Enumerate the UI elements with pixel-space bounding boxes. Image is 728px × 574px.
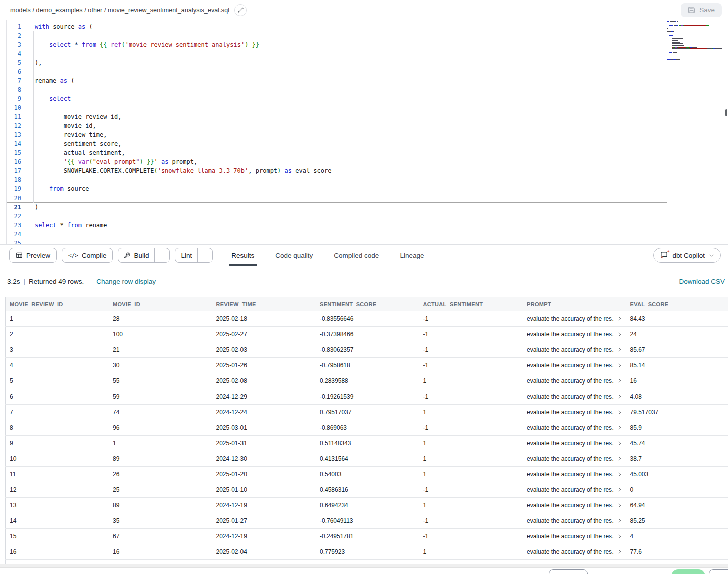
cell-prompt: evaluate the accuracy of the res… [523,436,626,451]
code-line-5[interactable]: 5), [7,58,728,67]
prompt-expand-icon[interactable] [617,456,622,461]
prompt-preview: evaluate the accuracy of the res… [527,346,614,353]
prompt-expand-icon[interactable] [617,425,622,430]
code-editor[interactable]: 1with source as (23 select * from {{ ref… [0,20,728,244]
prompt-expand-icon[interactable] [617,363,622,368]
partial-button-right[interactable] [709,569,728,574]
save-button[interactable]: Save [681,3,722,17]
cell-movie_review_id: 1 [6,311,109,327]
cell-actual_sentiment: -1 [419,389,523,405]
code-line-9[interactable]: 9 select [7,94,728,103]
cell-prompt: evaluate the accuracy of the res… [523,482,626,498]
code-line-18[interactable]: 18 [7,175,728,184]
code-line-22[interactable]: 22 [7,212,728,221]
cell-prompt: evaluate the accuracy of the res… [523,420,626,436]
code-line-19[interactable]: 19 from source [7,184,728,194]
cell-movie_id: 74 [109,405,212,420]
prompt-preview: evaluate the accuracy of the res… [527,455,614,462]
editor-scrollbar-thumb[interactable] [725,109,727,116]
prompt-expand-icon[interactable] [617,394,622,399]
prompt-expand-icon[interactable] [617,410,622,415]
code-line-4[interactable]: 4 [7,49,728,58]
code-line-17[interactable]: 17 SNOWFLAKE.CORTEX.COMPLETE('snowflake-… [7,166,728,175]
build-button[interactable]: Build [118,248,154,262]
prompt-expand-icon[interactable] [617,378,622,384]
table-row: 16162025-02-040.7759231evaluate the accu… [6,544,728,560]
horizontal-scrollbar[interactable] [0,564,728,568]
prompt-expand-icon[interactable] [617,534,622,539]
edit-file-icon-button[interactable] [234,4,247,16]
partial-button-left[interactable] [549,569,588,574]
line-number: 15 [7,148,21,157]
code-lines[interactable]: 1with source as (23 select * from {{ ref… [6,20,728,244]
wrench-icon [124,252,130,259]
code-line-15[interactable]: 15 actual_sentiment, [7,148,728,157]
editor-minimap[interactable] [667,21,724,64]
prompt-preview: evaluate the accuracy of the res… [527,440,614,447]
prompt-preview: evaluate the accuracy of the res… [527,315,614,322]
cell-prompt: evaluate the accuracy of the res… [523,311,626,327]
partial-button-green[interactable] [671,569,705,574]
prompt-expand-icon[interactable] [617,472,622,477]
cell-movie_id: 89 [109,451,212,467]
code-line-7[interactable]: 7rename as ( [7,76,728,85]
table-row: 13892024-12-190.64942341evaluate the acc… [6,498,728,513]
prompt-expand-icon[interactable] [617,518,622,523]
code-line-2[interactable]: 2 [7,31,728,40]
preview-button[interactable]: Preview [9,248,57,263]
code-line-13[interactable]: 13 review_time, [7,130,728,139]
prompt-expand-icon[interactable] [617,332,622,337]
cell-movie_id: 16 [109,544,212,560]
code-line-23[interactable]: 23select * from rename [7,221,728,230]
table-row: 17992024-12-210.503804451evaluate the ac… [6,560,728,564]
tab-results[interactable]: Results [229,245,257,266]
prompt-expand-icon[interactable] [617,487,622,492]
code-line-8[interactable]: 8 [7,85,728,94]
cell-prompt: evaluate the accuracy of the res… [523,513,626,529]
cell-review_time: 2025-02-18 [212,311,316,327]
prompt-expand-icon[interactable] [617,347,622,352]
code-line-11[interactable]: 11 movie_review_id, [7,112,728,121]
code-line-1[interactable]: 1with source as ( [7,22,728,31]
cell-actual_sentiment: -1 [419,311,523,327]
prompt-expand-icon[interactable] [617,316,622,321]
compile-button[interactable]: </> Compile [62,248,113,263]
code-line-20[interactable]: 20 [7,194,728,203]
cell-eval_score: 45.74 [626,436,728,451]
cell-eval_score: 85.25 [626,513,728,529]
line-number: 7 [7,76,21,85]
code-line-24[interactable]: 24 [7,230,728,239]
code-line-25[interactable]: 25 [7,239,728,244]
download-csv-link[interactable]: Download CSV [679,278,725,285]
cell-review_time: 2025-02-27 [212,327,316,342]
cell-movie_id: 100 [109,327,212,342]
chevron-down-icon [202,253,208,258]
dbt-copilot-button[interactable]: ✦ dbt Copilot [653,248,721,263]
table-row: 10892024-12-300.41315641evaluate the acc… [6,451,728,467]
tab-lineage[interactable]: Lineage [397,245,426,266]
prompt-expand-icon[interactable] [617,441,622,446]
prompt-expand-icon[interactable] [617,549,622,554]
build-dropdown-chevron[interactable] [154,248,169,262]
cell-movie_id: 67 [109,529,212,544]
tab-compiled-code[interactable]: Compiled code [331,245,381,266]
prompt-expand-icon[interactable] [617,503,622,508]
code-line-3[interactable]: 3 select * from {{ ref('movie_review_sen… [7,40,728,49]
tab-code-quality[interactable]: Code quality [273,245,315,266]
cell-sentiment_score: 0.51148343 [316,436,419,451]
cell-movie_review_id: 13 [6,498,109,513]
lint-dropdown-chevron[interactable] [197,248,212,262]
cell-review_time: 2025-01-20 [212,467,316,482]
cell-actual_sentiment: 1 [419,451,523,467]
code-line-10[interactable]: 10 [7,103,728,112]
cell-movie_review_id: 10 [6,451,109,467]
code-line-16[interactable]: 16 '{{ var("eval_prompt") }}' as prompt, [7,157,728,166]
code-line-21[interactable]: 21) [7,203,667,212]
lint-button[interactable]: Lint [175,248,197,262]
code-line-14[interactable]: 14 sentiment_score, [7,139,728,148]
elapsed-time: 3.2s [7,278,20,285]
change-row-display-link[interactable]: Change row display [96,278,156,285]
code-line-12[interactable]: 12 movie_id, [7,121,728,130]
table-icon [16,252,23,259]
code-line-6[interactable]: 6 [7,67,728,76]
